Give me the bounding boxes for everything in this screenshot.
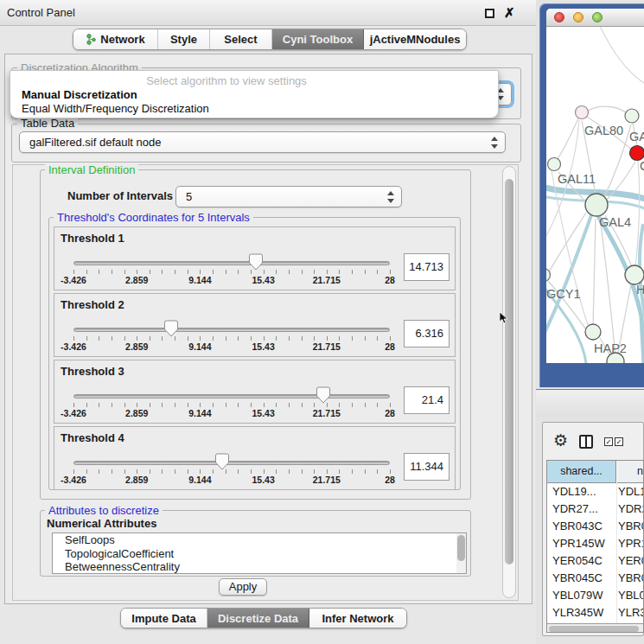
table-row[interactable]: YLR345W YLR3 [547, 604, 644, 622]
threshold-1-value-field[interactable]: 14.713 [404, 253, 450, 281]
network-node-gal80[interactable] [576, 106, 589, 119]
threshold-1-slider-track[interactable] [73, 261, 390, 265]
slider-ticks [73, 270, 391, 274]
table-row[interactable]: YER054C YER0 [547, 552, 644, 570]
slider-tick-labels: -3.426 2.859 9.144 15.43 21.715 28 [73, 341, 390, 353]
network-node-right-mid[interactable] [625, 265, 644, 284]
list-scrollbar-thumb[interactable] [457, 535, 465, 561]
node-label-h: H [636, 283, 644, 296]
cell-shared-name[interactable]: YBL079W [552, 587, 603, 604]
dropdown-option-manual-discretization[interactable]: Manual Discretization [22, 88, 137, 101]
column-header-name[interactable]: na [617, 461, 644, 483]
tab-infer-network-label: Infer Network [322, 612, 393, 625]
threshold-3-slider-thumb[interactable] [316, 386, 331, 404]
cell-shared-name[interactable]: YER054C [552, 552, 603, 570]
tab-style[interactable]: Style [158, 29, 210, 49]
cell-name[interactable]: YER0 [618, 552, 644, 570]
network-node-top-right[interactable] [625, 109, 639, 123]
cell-shared-name[interactable]: YDL19... [552, 483, 596, 501]
split-columns-icon[interactable] [579, 435, 593, 449]
settings-gear-icon[interactable]: ⚙ [553, 432, 568, 449]
tab-network[interactable]: Network [73, 29, 158, 49]
network-graph [546, 27, 644, 363]
list-scrollbar[interactable] [456, 533, 466, 573]
number-of-intervals-combobox[interactable]: 5 [175, 186, 402, 207]
cell-shared-name[interactable]: YLR345W [552, 604, 603, 622]
minimize-traffic-light[interactable] [573, 12, 583, 22]
dropdown-option-equal-width-frequency[interactable]: Equal Width/Frequency Discretization [22, 102, 209, 115]
table-panel-titlebar: Table Panel [536, 390, 644, 418]
table-row[interactable]: YBL079W YBL0 [547, 587, 644, 604]
tab-cyni-toolbox-label: Cyni Toolbox [283, 33, 353, 46]
cell-shared-name[interactable]: YBR043C [552, 518, 603, 535]
table-row[interactable]: YDL19... YDL1 [547, 483, 644, 501]
close-traffic-light[interactable] [554, 12, 564, 22]
cell-name[interactable]: YBR0 [618, 570, 644, 587]
tab-infer-network[interactable]: Infer Network [309, 609, 406, 628]
close-icon[interactable]: ✗ [504, 3, 515, 22]
tab-select[interactable]: Select [210, 29, 272, 49]
network-canvas[interactable]: GAL80 GA C GAL11 GAL4 GCY1 H HAP2 [546, 27, 644, 363]
cell-shared-name[interactable]: YDR27... [552, 501, 598, 518]
threshold-3-value-field[interactable]: 21.4 [404, 386, 450, 414]
checkbox-icon[interactable]: ✓ [615, 437, 623, 446]
cell-name[interactable]: YDR2 [618, 501, 644, 518]
scrollbar-thumb[interactable] [505, 179, 513, 564]
threshold-4-value-field[interactable]: 11.344 [404, 453, 450, 481]
threshold-4-slider-thumb[interactable] [215, 453, 230, 470]
attribute-list-item[interactable]: SelfLoops [53, 533, 466, 547]
table-data-group-title: Table Data [17, 117, 78, 130]
table-row[interactable]: YBR043C YBR0 [547, 518, 644, 535]
attribute-list-item[interactable]: TopologicalCoefficient [53, 547, 466, 561]
tab-style-label: Style [170, 33, 197, 46]
table-row[interactable]: YBR045C YBR0 [547, 570, 644, 587]
combo-stepper-icon [386, 191, 394, 203]
network-node-gal11[interactable] [548, 158, 561, 171]
tab-discretize-data[interactable]: Discretize Data [207, 609, 309, 628]
apply-button[interactable]: Apply [219, 578, 267, 596]
attribute-list-item[interactable]: BetweennessCentrality [53, 560, 466, 574]
vertical-scrollbar[interactable] [502, 166, 516, 598]
horizontal-scrollbar-thumb[interactable] [549, 626, 639, 632]
tab-jactivemnodules[interactable]: jActiveMNodules [364, 29, 466, 49]
numerical-attributes-list[interactable]: SelfLoopsTopologicalCoefficientBetweenne… [52, 532, 467, 574]
zoom-traffic-light[interactable] [592, 12, 603, 22]
cell-name[interactable]: YLR3 [618, 604, 644, 622]
tab-impute-data[interactable]: Impute Data [121, 609, 207, 628]
node-attribute-table: shared... na YDL19... YDL1 YDR27... YDR2… [546, 460, 644, 633]
network-node-hap2[interactable] [585, 324, 601, 340]
network-node-selected-red[interactable] [630, 146, 644, 161]
horizontal-scrollbar[interactable] [547, 623, 644, 633]
cell-shared-name[interactable]: YPR145W [552, 535, 605, 552]
numerical-attributes-label: Numerical Attributes [47, 517, 156, 530]
cell-shared-name[interactable]: YBR045C [552, 570, 603, 587]
threshold-4-slider-track[interactable] [73, 461, 390, 465]
threshold-1-row: Threshold 1 -3.426 2.859 9.144 15.43 21.… [54, 226, 456, 290]
interval-definition-title: Interval Definition [45, 163, 138, 176]
cell-name[interactable]: YDL1 [618, 483, 644, 501]
threshold-3-row: Threshold 3 -3.426 2.859 9.144 15.43 21.… [54, 360, 456, 424]
tab-cyni-toolbox[interactable]: Cyni Toolbox [272, 29, 364, 49]
cell-name[interactable]: YBL0 [618, 587, 644, 604]
cell-name[interactable]: YBR0 [618, 518, 644, 535]
threshold-3-slider-track[interactable] [73, 394, 390, 399]
threshold-2-slider-thumb[interactable] [164, 320, 179, 337]
network-window-titlebar[interactable] [546, 9, 644, 27]
network-node-gal4[interactable] [585, 194, 608, 216]
column-header-shared-name[interactable]: shared... [547, 461, 616, 483]
bottom-tab-bar: Impute Data Discretize Data Infer Networ… [120, 608, 407, 628]
table-data-combobox[interactable]: galFiltered.sif default node [19, 131, 506, 153]
table-row[interactable]: YPR145W YPR1 [547, 535, 644, 552]
tick-label: 9.144 [188, 408, 211, 418]
tick-label: 2.859 [125, 341, 148, 352]
tick-label: 28 [385, 475, 395, 485]
tick-label: 2.859 [125, 475, 148, 485]
threshold-2-row: Threshold 2 -3.426 2.859 9.144 15.43 21.… [54, 293, 456, 357]
cell-name[interactable]: YPR1 [618, 535, 644, 552]
float-window-icon[interactable] [485, 9, 494, 18]
threshold-1-slider-thumb[interactable] [249, 253, 264, 271]
table-row[interactable]: YDR27... YDR2 [547, 501, 644, 518]
checkbox-icon[interactable]: ✓ [604, 437, 613, 446]
threshold-2-slider-track[interactable] [73, 328, 390, 332]
threshold-2-value-field[interactable]: 6.316 [404, 320, 450, 348]
